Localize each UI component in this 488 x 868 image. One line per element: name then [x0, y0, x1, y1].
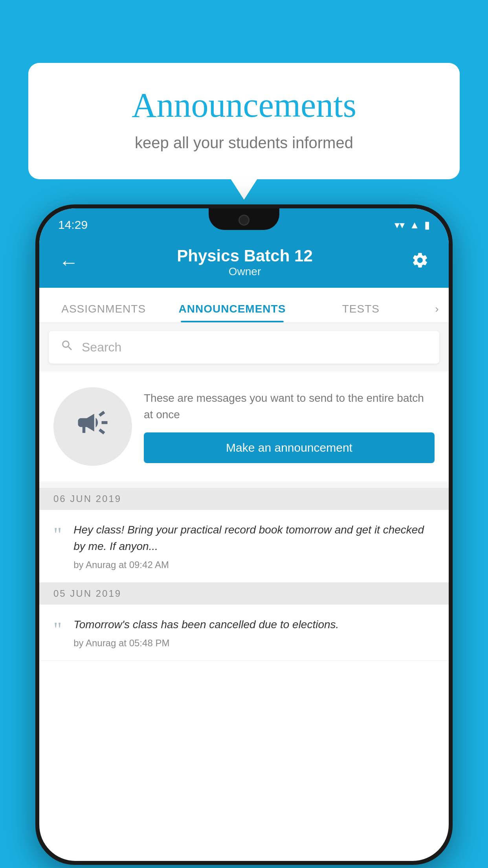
date-label-2: 05 JUN 2019 — [53, 588, 121, 599]
announcement-item-2[interactable]: " Tomorrow's class has been cancelled du… — [39, 605, 449, 661]
make-announcement-button[interactable]: Make an announcement — [144, 432, 435, 463]
announcement-meta-1: by Anurag at 09:42 AM — [73, 559, 435, 570]
battery-icon: ▮ — [424, 219, 430, 231]
phone-container: 14:29 ▾▾ ▲ ▮ ← Physics Batch 12 Owner — [35, 204, 453, 868]
date-label-1: 06 JUN 2019 — [53, 493, 121, 504]
back-button[interactable]: ← — [55, 247, 83, 278]
promo-description: These are messages you want to send to t… — [144, 390, 435, 423]
header-title-block: Physics Batch 12 Owner — [177, 246, 313, 278]
date-separator-2: 05 JUN 2019 — [39, 583, 449, 605]
promo-content: These are messages you want to send to t… — [144, 390, 435, 463]
announcement-content-2: Tomorrow's class has been cancelled due … — [73, 616, 339, 649]
tab-more-icon[interactable]: › — [425, 303, 449, 322]
tab-assignments[interactable]: ASSIGNMENTS — [39, 303, 168, 322]
date-separator-1: 06 JUN 2019 — [39, 488, 449, 510]
announcement-text-2: Tomorrow's class has been cancelled due … — [73, 616, 339, 633]
announcement-content-1: Hey class! Bring your practical record b… — [73, 522, 435, 570]
content-area: Search These are messages you — [39, 323, 449, 661]
wifi-icon: ▾▾ — [394, 219, 405, 231]
search-bar[interactable]: Search — [49, 331, 439, 364]
phone-notch — [209, 208, 279, 230]
status-icons: ▾▾ ▲ ▮ — [394, 219, 430, 231]
speech-bubble-subtitle: keep all your students informed — [60, 134, 428, 152]
search-placeholder-text: Search — [82, 340, 121, 355]
speech-bubble-title: Announcements — [60, 86, 428, 125]
speech-bubble: Announcements keep all your students inf… — [28, 63, 460, 179]
tab-announcements[interactable]: ANNOUNCEMENTS — [168, 303, 296, 322]
megaphone-icon — [75, 405, 110, 449]
search-icon — [61, 339, 74, 356]
front-camera — [238, 215, 250, 226]
tab-tests[interactable]: TESTS — [297, 303, 425, 322]
quote-icon-2: " — [53, 620, 62, 640]
app-header: ← Physics Batch 12 Owner — [39, 237, 449, 288]
batch-subtitle: Owner — [177, 265, 313, 278]
settings-button[interactable] — [407, 247, 433, 278]
speech-bubble-section: Announcements keep all your students inf… — [28, 63, 460, 179]
announcement-meta-2: by Anurag at 05:48 PM — [73, 638, 339, 649]
promo-icon-circle — [53, 387, 132, 466]
announcement-item-1[interactable]: " Hey class! Bring your practical record… — [39, 510, 449, 583]
status-time: 14:29 — [58, 218, 88, 232]
promo-card: These are messages you want to send to t… — [39, 371, 449, 482]
phone-inner: 14:29 ▾▾ ▲ ▮ ← Physics Batch 12 Owner — [39, 208, 449, 861]
signal-icon: ▲ — [409, 219, 420, 231]
phone-screen: 14:29 ▾▾ ▲ ▮ ← Physics Batch 12 Owner — [39, 208, 449, 861]
phone-frame: 14:29 ▾▾ ▲ ▮ ← Physics Batch 12 Owner — [35, 204, 453, 865]
tabs-bar: ASSIGNMENTS ANNOUNCEMENTS TESTS › — [39, 288, 449, 323]
quote-icon-1: " — [53, 525, 62, 545]
announcement-text-1: Hey class! Bring your practical record b… — [73, 522, 435, 555]
batch-title: Physics Batch 12 — [177, 246, 313, 265]
